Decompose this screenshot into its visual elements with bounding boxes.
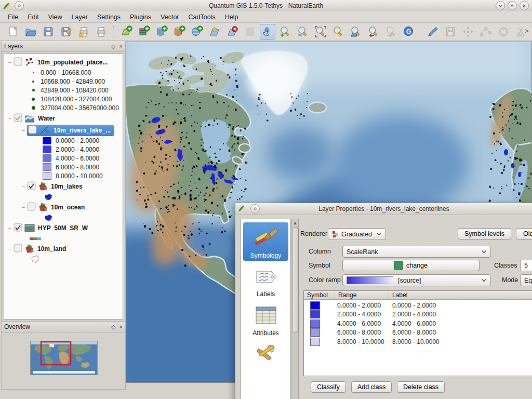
zoom-last-icon[interactable] — [366, 24, 381, 39]
add-postgis-layer-icon[interactable] — [154, 24, 169, 39]
table-row[interactable]: 0.0000 - 2.00000.0000 - 2.0000 — [304, 301, 532, 310]
overview-panel-header[interactable]: Overview ◇ × — [2, 322, 125, 332]
zoom-in-icon[interactable] — [277, 24, 293, 39]
layers-panel-header[interactable]: Layers ◇ × — [2, 41, 125, 52]
tree-collapse-icon[interactable]: − — [6, 59, 14, 65]
layer-properties-dialog[interactable]: Layer Properties - 10m_rivers_lake_cente… — [235, 203, 532, 399]
node-tool-icon[interactable] — [478, 24, 494, 39]
layer-item-10m-lakes[interactable]: −10m_lakes — [4, 180, 123, 192]
menu-help[interactable]: Help — [220, 12, 243, 22]
layer-checkbox[interactable] — [27, 202, 36, 212]
close-panel-icon[interactable]: × — [119, 43, 123, 50]
delete-selected-icon[interactable] — [496, 24, 511, 39]
delete-class-button[interactable]: Delete class — [397, 381, 445, 393]
menu-view[interactable]: View — [44, 12, 67, 22]
add-spatialite-layer-icon[interactable] — [171, 24, 187, 39]
layer-tree[interactable]: −10m_populated_place...0.000 - 10668.000… — [4, 54, 123, 320]
table-row[interactable]: 6.0000 - 8.00006.0000 - 8.0000 — [304, 328, 532, 338]
save-edits-icon[interactable] — [443, 24, 458, 39]
old-symbology-button[interactable]: Old — [516, 228, 532, 240]
mode-combo[interactable]: Equ — [520, 274, 532, 286]
layer-item-hyp-50m-sr-w[interactable]: −HYP_50M_SR_W — [4, 222, 123, 234]
zoom-to-selection-icon[interactable] — [313, 24, 328, 39]
remove-layer-icon[interactable] — [224, 24, 240, 39]
table-header-range[interactable]: Range — [335, 291, 389, 300]
add-gpx-layer-icon[interactable] — [242, 24, 258, 39]
classes-table[interactable]: SymbolRangeLabel0.0000 - 2.00000.0000 - … — [303, 290, 532, 376]
zoom-next-icon[interactable] — [383, 24, 399, 39]
tree-collapse-icon[interactable]: − — [6, 246, 14, 252]
table-row[interactable]: 2.0000 - 4.00002.0000 - 4.0000 — [304, 310, 532, 320]
layer-checkbox[interactable] — [27, 181, 36, 192]
move-feature-icon[interactable] — [460, 24, 476, 39]
minimize-button[interactable] — [496, 1, 505, 10]
float-panel-icon[interactable]: ◇ — [111, 324, 115, 330]
table-header-symbol[interactable]: Symbol — [304, 291, 335, 300]
tree-collapse-icon[interactable]: − — [6, 115, 14, 122]
dialog-titlebar[interactable]: Layer Properties - 10m_rivers_lake_cente… — [235, 203, 532, 215]
close-panel-icon[interactable]: × — [119, 324, 123, 330]
menu-vector[interactable]: Vector — [156, 12, 183, 22]
toggle-editing-icon[interactable] — [425, 24, 441, 39]
menu-plugins[interactable]: Plugins — [125, 12, 156, 22]
zoom-to-layer-icon[interactable] — [348, 24, 364, 39]
dialog-tab-labels[interactable]: Labels — [241, 268, 290, 298]
refresh-icon[interactable]: G — [401, 24, 417, 39]
tree-collapse-icon[interactable]: − — [20, 127, 27, 134]
layer-item-10m-ocean[interactable]: −10m_ocean — [4, 201, 123, 213]
add-raster-layer-icon[interactable] — [136, 24, 152, 39]
layer-checkbox[interactable] — [28, 125, 37, 136]
layer-checkbox[interactable] — [14, 223, 22, 233]
layer-checkbox[interactable] — [14, 113, 22, 124]
dialog-tab-symbology[interactable]: Symbology — [243, 222, 288, 261]
menu-settings[interactable]: Settings — [92, 12, 125, 22]
column-combo[interactable]: ScaleRank — [342, 246, 491, 258]
layer-item-10m-populated-place-[interactable]: −10m_populated_place... — [4, 56, 123, 68]
classes-spinbox[interactable]: 5 — [520, 260, 532, 271]
table-header-label[interactable]: Label — [389, 291, 532, 300]
classify-button[interactable]: Classify — [311, 381, 346, 393]
symbol-change-button[interactable]: change — [342, 260, 480, 271]
symbol-levels-button[interactable]: Symbol levels — [458, 228, 511, 240]
dialog-tab-attributes[interactable]: Attributes — [241, 305, 290, 337]
layer-checkbox[interactable] — [14, 57, 22, 68]
menu-cadtools[interactable]: CadTools — [184, 12, 220, 22]
print-composer-icon[interactable] — [94, 24, 109, 39]
pan-map-icon[interactable] — [260, 24, 275, 39]
tree-collapse-icon[interactable]: − — [6, 225, 14, 231]
new-vector-layer-icon[interactable] — [207, 24, 222, 39]
table-row[interactable]: 8.0000 - 10.00008.0000 - 10.0000 — [304, 337, 532, 347]
open-project-icon[interactable] — [23, 24, 38, 39]
maximize-button[interactable] — [508, 1, 517, 10]
zoom-out-icon[interactable] — [295, 24, 311, 39]
add-class-button[interactable]: Add class — [351, 381, 392, 393]
overview-map[interactable] — [30, 341, 98, 375]
window-titlebar[interactable]: Quantum GIS 1.5.0-Tethys - NaturalEarth — [0, 0, 532, 12]
scrollbar-thumb[interactable] — [292, 228, 299, 332]
float-panel-icon[interactable]: ◇ — [111, 43, 115, 50]
layer-checkbox[interactable] — [14, 244, 22, 254]
table-row[interactable]: 4.0000 - 6.00004.0000 - 6.0000 — [304, 319, 532, 328]
add-wms-layer-icon[interactable] — [189, 24, 205, 39]
layer-item-10m-rivers-lake-[interactable]: −10m_rivers_lake_... — [4, 124, 123, 136]
tree-collapse-icon[interactable]: − — [20, 183, 27, 190]
dialog-tab-list[interactable]: SymbologyLabelsAttributes — [241, 219, 291, 399]
scroll-up-icon[interactable]: ▲ — [292, 221, 298, 225]
menu-file[interactable]: File — [3, 12, 23, 22]
color-ramp-combo[interactable]: [source] — [342, 274, 491, 286]
add-vector-layer-icon[interactable] — [118, 24, 134, 39]
dialog-scrollbar[interactable]: ▲ ▲ ▼ — [291, 219, 299, 399]
new-project-icon[interactable] — [5, 24, 21, 39]
save-project-as-icon[interactable] — [58, 24, 74, 39]
menu-edit[interactable]: Edit — [23, 12, 44, 22]
tree-collapse-icon[interactable]: − — [20, 204, 27, 210]
renderer-combo[interactable]: Graduated — [328, 228, 386, 240]
layer-item-10m-land[interactable]: −10m_land — [4, 243, 123, 255]
close-button[interactable] — [520, 1, 529, 10]
dialog-tab-general[interactable] — [241, 344, 290, 371]
toolbar-overflow-icon[interactable]: > — [525, 27, 529, 35]
save-project-icon[interactable] — [41, 24, 56, 39]
menu-layer[interactable]: Layer — [67, 12, 92, 22]
new-print-composer-icon[interactable] — [76, 24, 91, 39]
layer-group-water[interactable]: −Water — [4, 112, 123, 124]
